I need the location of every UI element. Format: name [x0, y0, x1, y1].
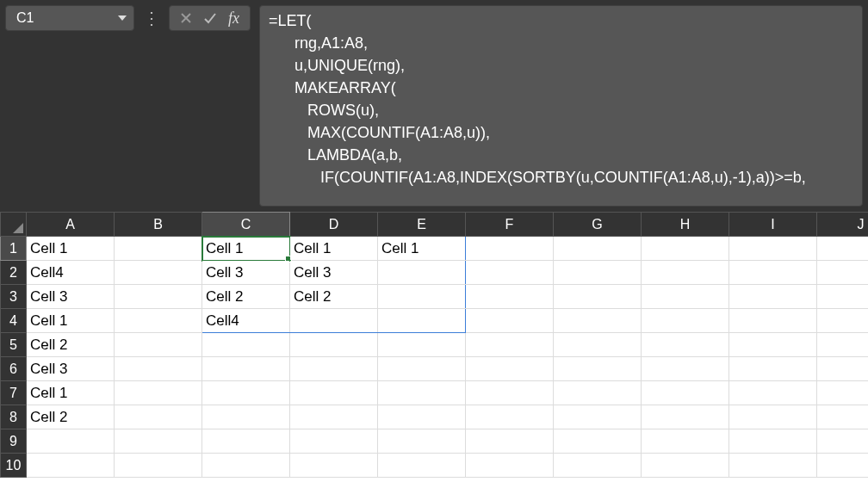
column-header[interactable]: C — [202, 213, 290, 237]
cell[interactable] — [378, 285, 466, 309]
cell[interactable] — [729, 333, 817, 357]
cell[interactable] — [817, 405, 869, 429]
cell[interactable]: Cell 2 — [27, 405, 115, 429]
column-header[interactable]: D — [290, 213, 378, 237]
cell[interactable] — [466, 261, 554, 285]
chevron-down-icon[interactable] — [118, 15, 127, 21]
cell[interactable] — [642, 429, 729, 454]
row-header[interactable]: 8 — [1, 405, 27, 429]
cell[interactable] — [642, 454, 729, 478]
cell[interactable] — [378, 357, 466, 381]
cell[interactable] — [466, 381, 554, 405]
cell[interactable] — [378, 309, 466, 333]
cell[interactable] — [554, 454, 642, 478]
row-header[interactable]: 6 — [1, 357, 27, 381]
cell[interactable] — [466, 454, 554, 478]
column-header[interactable]: G — [554, 213, 642, 237]
cell[interactable]: Cell 1 — [290, 237, 378, 261]
cell[interactable] — [115, 381, 202, 405]
cell[interactable] — [115, 285, 202, 309]
cell[interactable] — [202, 381, 290, 405]
cell[interactable] — [290, 309, 378, 333]
cell[interactable] — [466, 333, 554, 357]
cell[interactable] — [817, 381, 869, 405]
cell[interactable] — [554, 237, 642, 261]
cell[interactable] — [290, 454, 378, 478]
cell[interactable] — [466, 405, 554, 429]
cell[interactable]: Cell 2 — [27, 333, 115, 357]
cell[interactable] — [290, 333, 378, 357]
cell[interactable] — [817, 454, 869, 478]
cell[interactable] — [817, 357, 869, 381]
cell[interactable] — [202, 429, 290, 454]
cell[interactable] — [378, 333, 466, 357]
enter-icon[interactable] — [201, 9, 220, 28]
cell[interactable] — [290, 429, 378, 454]
cell[interactable]: Cell 1 — [202, 237, 290, 261]
cell[interactable] — [729, 261, 817, 285]
cell[interactable] — [378, 381, 466, 405]
cell[interactable] — [554, 357, 642, 381]
cell[interactable] — [554, 381, 642, 405]
cell[interactable] — [378, 261, 466, 285]
row-header[interactable]: 3 — [1, 285, 27, 309]
cell[interactable] — [290, 405, 378, 429]
cell[interactable] — [729, 405, 817, 429]
cell[interactable]: Cell 2 — [202, 285, 290, 309]
cell[interactable] — [202, 357, 290, 381]
cell[interactable] — [466, 237, 554, 261]
cell[interactable] — [378, 429, 466, 454]
cell[interactable] — [115, 309, 202, 333]
cell[interactable] — [115, 454, 202, 478]
cell[interactable] — [115, 429, 202, 454]
cell[interactable] — [642, 237, 729, 261]
cell[interactable] — [466, 285, 554, 309]
cell[interactable] — [27, 454, 115, 478]
row-header[interactable]: 5 — [1, 333, 27, 357]
cell[interactable] — [115, 333, 202, 357]
cell[interactable] — [466, 429, 554, 454]
spreadsheet-grid[interactable]: ABCDEFGHIJ1Cell 1Cell 1Cell 1Cell 12Cell… — [0, 212, 868, 488]
cell[interactable] — [290, 381, 378, 405]
formula-input[interactable]: =LET( rng,A1:A8, u,UNIQUE(rng), MAKEARRA… — [259, 5, 863, 207]
cell[interactable]: Cell 3 — [27, 285, 115, 309]
cell[interactable] — [729, 309, 817, 333]
cell[interactable] — [817, 285, 869, 309]
cell[interactable]: Cell 2 — [290, 285, 378, 309]
cell[interactable] — [642, 333, 729, 357]
cell[interactable] — [729, 237, 817, 261]
cell[interactable] — [378, 454, 466, 478]
column-header[interactable]: I — [729, 213, 817, 237]
column-header[interactable]: J — [817, 213, 869, 237]
cell[interactable] — [642, 261, 729, 285]
cell[interactable] — [378, 405, 466, 429]
row-header[interactable]: 7 — [1, 381, 27, 405]
cell[interactable] — [729, 285, 817, 309]
cell[interactable]: Cell 1 — [27, 381, 115, 405]
column-header[interactable]: H — [642, 213, 729, 237]
cell[interactable] — [729, 357, 817, 381]
cell[interactable] — [642, 357, 729, 381]
cell[interactable] — [290, 357, 378, 381]
column-header[interactable]: A — [27, 213, 115, 237]
cell[interactable] — [554, 261, 642, 285]
cell[interactable] — [817, 261, 869, 285]
cell[interactable] — [115, 261, 202, 285]
cancel-icon[interactable] — [177, 9, 195, 28]
column-header[interactable]: B — [115, 213, 202, 237]
cell[interactable]: Cell 3 — [290, 261, 378, 285]
cell[interactable] — [466, 357, 554, 381]
row-header[interactable]: 10 — [1, 454, 27, 478]
cell[interactable] — [817, 333, 869, 357]
cell[interactable] — [554, 429, 642, 454]
cell[interactable] — [642, 309, 729, 333]
cell[interactable]: Cell4 — [27, 261, 115, 285]
cell[interactable] — [554, 309, 642, 333]
cell[interactable] — [642, 381, 729, 405]
cell[interactable] — [729, 429, 817, 454]
cell[interactable] — [27, 429, 115, 454]
cell[interactable] — [202, 454, 290, 478]
cell[interactable]: Cell 3 — [27, 357, 115, 381]
cell[interactable] — [729, 381, 817, 405]
row-header[interactable]: 2 — [1, 261, 27, 285]
